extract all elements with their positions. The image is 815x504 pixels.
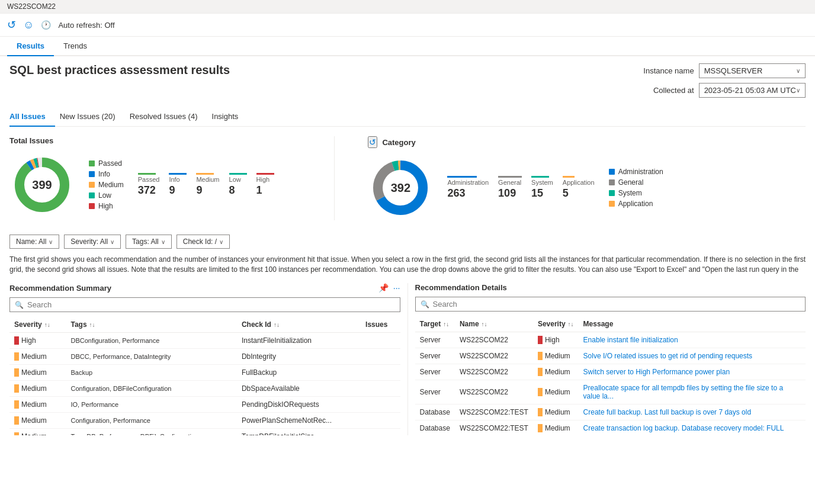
category-center: 392	[391, 181, 410, 195]
sub-tab-resolved-issues[interactable]: Resolved Issues (4)	[130, 107, 207, 127]
stat-passed: Passed 372	[138, 173, 160, 197]
cell-tags: Configuration, Performance	[66, 413, 236, 429]
th-target[interactable]: Target ↑↓	[415, 316, 455, 332]
severity-indicator	[538, 424, 543, 432]
cell-checkid: PowerPlanSchemeNotRec...	[237, 413, 361, 429]
table-row[interactable]: Server WS22SCOM22 Medium Preallocate spa…	[415, 380, 806, 405]
severity-indicator	[14, 336, 19, 345]
sub-tab-insights[interactable]: Insights	[212, 107, 248, 127]
feedback-button[interactable]: ☺	[23, 19, 34, 31]
instance-dropdown-chevron: ∨	[796, 68, 800, 74]
sort-det-severity-icon: ↑↓	[568, 321, 574, 328]
table-row[interactable]: Medium DBCC, Performance, DataIntegrity …	[9, 349, 400, 365]
table-row[interactable]: Database WS22SCOM22:TEST Medium Create t…	[415, 420, 806, 435]
cell-issues	[361, 429, 400, 436]
cell-message: Create full backup. Last full backup is …	[579, 405, 806, 420]
table-row[interactable]: Medium IO, Performance PendingDiskIORequ…	[9, 397, 400, 413]
page-header: SQL best practices assessment results In…	[9, 63, 806, 98]
th-issues[interactable]: Issues	[361, 317, 400, 333]
refresh-button[interactable]: ↺	[7, 18, 16, 31]
stat-info-bar	[169, 173, 187, 175]
cell-message: Create transaction log backup. Database …	[579, 420, 806, 435]
th-message[interactable]: Message	[579, 316, 806, 332]
table-row[interactable]: High DBConfiguration, Performance Instan…	[9, 333, 400, 349]
sort-target-icon: ↑↓	[443, 321, 449, 328]
tab-trends[interactable]: Trends	[54, 37, 97, 56]
cat-legend-system: System	[609, 189, 663, 197]
details-search-input[interactable]	[433, 300, 801, 309]
summary-search-input[interactable]	[27, 300, 395, 309]
filter-tags[interactable]: Tags: All ∨	[126, 235, 172, 249]
stat-high: High 1	[256, 173, 274, 197]
cell-checkid: DbSpaceAvailable	[237, 381, 361, 397]
table-row[interactable]: Server WS22SCOM22 Medium Switch server t…	[415, 364, 806, 380]
legend-passed: Passed	[89, 159, 124, 168]
legend-high-dot	[89, 203, 95, 209]
instance-name-dropdown[interactable]: MSSQLSERVER ∨	[699, 63, 806, 78]
total-issues-legend: Passed Info Medium Low	[89, 159, 124, 210]
legend-low: Low	[89, 191, 124, 200]
category-title: ↺ Category	[368, 136, 806, 148]
cat-system: System 15	[531, 176, 553, 200]
th-name[interactable]: Name ↑↓	[455, 316, 533, 332]
legend-low-dot	[89, 192, 95, 198]
severity-indicator	[538, 336, 543, 344]
table-row[interactable]: Server WS22SCOM22 Medium Solve I/O relat…	[415, 348, 806, 364]
severity-indicator	[538, 352, 543, 360]
cat-general-bar	[498, 176, 522, 178]
th-checkid[interactable]: Check Id ↑↓	[237, 317, 361, 333]
cell-target: Server	[415, 380, 455, 405]
category-refresh-button[interactable]: ↺	[368, 136, 377, 148]
collected-at-dropdown[interactable]: 2023-05-21 05:03 AM UTC ∨	[699, 83, 806, 98]
cell-issues	[361, 333, 400, 349]
title-bar: WS22SCOM22	[0, 0, 815, 14]
cell-target: Server	[415, 364, 455, 380]
filter-name[interactable]: Name: All ∨	[9, 235, 59, 249]
cell-message: Preallocate space for all tempdb files b…	[579, 380, 806, 405]
summary-title: Recommendation Summary	[9, 284, 111, 293]
table-row[interactable]: Server WS22SCOM22 High Enable instant fi…	[415, 332, 806, 348]
tab-results[interactable]: Results	[7, 37, 54, 56]
instance-name-value: MSSQLSERVER	[704, 66, 763, 75]
summary-pin-button[interactable]: 📌	[378, 283, 389, 293]
cell-name: WS22SCOM22:TEST	[455, 405, 533, 420]
details-table: Target ↑↓ Name ↑↓	[415, 316, 806, 435]
table-row[interactable]: Medium Configuration, Performance PowerP…	[9, 413, 400, 429]
summary-table-wrapper[interactable]: Severity ↑↓ Tags ↑↓	[9, 317, 400, 435]
severity-indicator	[14, 416, 19, 425]
sub-tab-all-issues[interactable]: All Issues	[9, 107, 55, 127]
cell-severity: Medium	[533, 405, 579, 420]
cat-system-bar	[531, 176, 549, 178]
table-row[interactable]: Medium TempDB, Performance, DBFileConfig…	[9, 429, 400, 436]
filter-checkid[interactable]: Check Id: / ∨	[177, 235, 230, 249]
cell-severity: High	[533, 332, 579, 348]
filter-severity[interactable]: Severity: All ∨	[64, 235, 121, 249]
stat-high-bar	[256, 173, 274, 175]
th-det-severity[interactable]: Severity ↑↓	[533, 316, 579, 332]
cell-tags: DBConfiguration, Performance	[66, 333, 236, 349]
filters-bar: Name: All ∨ Severity: All ∨ Tags: All ∨ …	[9, 235, 806, 249]
sort-name-icon: ↑↓	[482, 321, 487, 328]
recommendation-summary-panel: Recommendation Summary 📌 ··· 🔍 S	[9, 283, 408, 435]
charts-divider	[334, 136, 335, 220]
category-donut: 392	[368, 155, 433, 220]
details-header: Recommendation Details	[415, 283, 806, 292]
main-content: SQL best practices assessment results In…	[0, 56, 815, 442]
table-row[interactable]: Database WS22SCOM22:TEST Medium Create f…	[415, 405, 806, 420]
cat-legend-admin-dot	[609, 169, 615, 175]
sub-tab-new-issues[interactable]: New Issues (20)	[60, 107, 125, 127]
summary-search-box: 🔍	[9, 297, 400, 312]
cell-name: WS22SCOM22	[455, 380, 533, 405]
th-severity[interactable]: Severity ↑↓	[9, 317, 66, 333]
total-issues-stats: Passed 372 Info 9 Medium 9	[138, 173, 274, 197]
category-panel: ↺ Category 392	[368, 136, 806, 220]
cell-checkid: FullBackup	[237, 365, 361, 381]
th-tags[interactable]: Tags ↑↓	[66, 317, 236, 333]
table-row[interactable]: Medium Configuration, DBFileConfiguratio…	[9, 381, 400, 397]
severity-indicator	[14, 400, 19, 409]
total-issues-center: 399	[32, 178, 52, 192]
table-row[interactable]: Medium Backup FullBackup	[9, 365, 400, 381]
summary-more-button[interactable]: ···	[393, 283, 400, 293]
sub-tabs: All Issues New Issues (20) Resolved Issu…	[9, 107, 806, 127]
details-table-wrapper[interactable]: Target ↑↓ Name ↑↓	[415, 316, 806, 435]
